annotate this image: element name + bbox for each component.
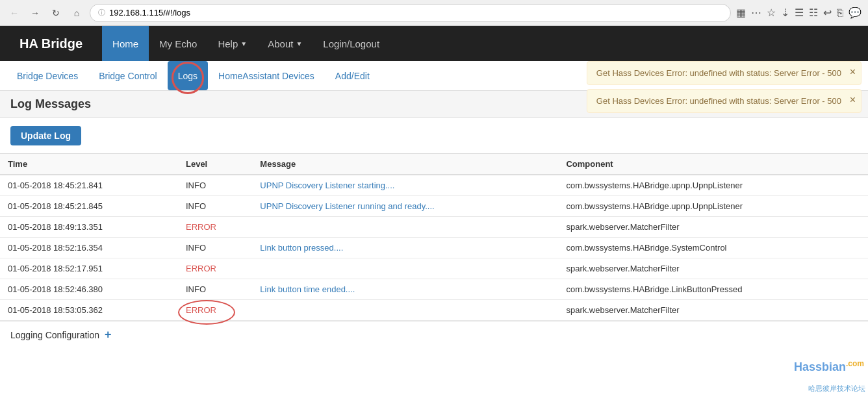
cell-level: INFO	[178, 279, 252, 300]
undo-button[interactable]: ↩	[823, 6, 832, 19]
cell-message: UPNP Discovery Listener running and read…	[252, 196, 558, 217]
nav-items: Home My Echo Help ▼ About ▼ Login/Logout	[102, 26, 390, 61]
cell-component: com.bwssystems.HABridge.SystemControl	[558, 238, 868, 258]
alerts-container: Get Hass Devices Error: undefined with s…	[587, 61, 862, 113]
alert-1-message: Get Hass Devices Error: undefined with s…	[596, 68, 841, 78]
more-button[interactable]: ⋯	[751, 6, 761, 19]
cell-message: Link button time ended....	[252, 279, 558, 300]
nav-item-home[interactable]: Home	[102, 26, 149, 61]
cell-level: INFO	[178, 238, 252, 258]
table-header-row: Time Level Message Component	[0, 154, 868, 175]
table-row: 01-05-2018 18:45:21.845INFOUPNP Discover…	[0, 196, 868, 217]
browser-chrome: ← → ↻ ⌂ ⓘ 192.168.1.115/#!/logs ▦ ⋯ ☆ ⇣ …	[0, 0, 868, 26]
cell-component: spark.webserver.MatcherFilter	[558, 300, 868, 321]
sub-nav-homeassistant[interactable]: HomeAssistant Devices	[208, 61, 325, 90]
download-button[interactable]: ⇣	[781, 6, 789, 19]
cell-time: 01-05-2018 18:53:05.362	[0, 300, 178, 321]
sub-nav-logs[interactable]: Logs	[168, 61, 208, 90]
address-bar[interactable]: ⓘ 192.168.1.115/#!/logs	[90, 4, 731, 22]
qr-button[interactable]: ▦	[736, 6, 746, 19]
page-content: Log Messages Update Log Time Level Messa…	[0, 91, 868, 348]
cell-level: INFO	[178, 196, 252, 217]
cell-message	[252, 217, 558, 238]
cell-level: INFO	[178, 175, 252, 196]
cell-message: Link button pressed....	[252, 238, 558, 258]
cell-component: spark.webserver.MatcherFilter	[558, 258, 868, 279]
lock-icon: ⓘ	[98, 8, 105, 18]
bookmark-button[interactable]: ☆	[767, 6, 776, 19]
navbar-brand: HA Bridge	[0, 26, 102, 61]
nav-item-help[interactable]: Help ▼	[207, 26, 257, 61]
main-navbar: HA Bridge Home My Echo Help ▼ About ▼ Lo…	[0, 26, 868, 61]
cell-component: spark.webserver.MatcherFilter	[558, 217, 868, 238]
chat-button[interactable]: 💬	[849, 6, 862, 19]
col-level: Level	[178, 154, 252, 175]
cell-time: 01-05-2018 18:52:17.951	[0, 258, 178, 279]
alert-1-close[interactable]: ×	[850, 67, 856, 77]
share-button[interactable]: ⎘	[837, 6, 843, 19]
col-component: Component	[558, 154, 868, 175]
sub-nav-bridge-devices[interactable]: Bridge Devices	[6, 61, 88, 90]
table-row: 01-05-2018 18:49:13.351ERRORspark.webser…	[0, 217, 868, 238]
col-message: Message	[252, 154, 558, 175]
forward-button[interactable]: →	[27, 5, 43, 21]
cell-level: ERROR	[178, 217, 252, 238]
cell-message	[252, 258, 558, 279]
sub-nav-bridge-control[interactable]: Bridge Control	[88, 61, 168, 90]
cell-level: ERROR	[178, 258, 252, 279]
alert-2-message: Get Hass Devices Error: undefined with s…	[596, 96, 841, 106]
about-caret: ▼	[296, 40, 302, 47]
table-row: 01-05-2018 18:53:05.362ERRORspark.webser…	[0, 300, 868, 321]
footer-label: Logging Configuration	[10, 330, 99, 340]
nav-item-myecho[interactable]: My Echo	[149, 26, 207, 61]
cell-level: ERROR	[178, 300, 252, 321]
browser-actions: ▦ ⋯ ☆ ⇣ ☰ ☷ ↩ ⎘ 💬	[736, 6, 862, 19]
table-row: 01-05-2018 18:52:17.951ERRORspark.webser…	[0, 258, 868, 279]
cell-message: UPNP Discovery Listener starting....	[252, 175, 558, 196]
url-text: 192.168.1.115/#!/logs	[109, 8, 190, 18]
cell-time: 01-05-2018 18:45:21.845	[0, 196, 178, 217]
table-row: 01-05-2018 18:45:21.841INFOUPNP Discover…	[0, 175, 868, 196]
toolbar: Update Log	[0, 118, 868, 153]
update-log-button[interactable]: Update Log	[10, 126, 81, 145]
cell-component: com.bwssystems.HABridge.upnp.UpnpListene…	[558, 175, 868, 196]
logging-config-plus[interactable]: +	[105, 328, 112, 342]
alert-2: Get Hass Devices Error: undefined with s…	[587, 89, 862, 113]
nav-item-about[interactable]: About ▼	[257, 26, 313, 61]
log-table: Time Level Message Component 01-05-2018 …	[0, 153, 868, 321]
cell-component: com.bwssystems.HABridge.LinkButtonPresse…	[558, 279, 868, 300]
home-button[interactable]: ⌂	[69, 5, 84, 21]
section-title: Log Messages	[10, 97, 91, 110]
cell-time: 01-05-2018 18:52:16.354	[0, 238, 178, 258]
cell-time: 01-05-2018 18:52:46.380	[0, 279, 178, 300]
table-row: 01-05-2018 18:52:16.354INFOLink button p…	[0, 238, 868, 258]
cell-message	[252, 300, 558, 321]
library-button[interactable]: ☰	[795, 6, 804, 19]
alert-1: Get Hass Devices Error: undefined with s…	[587, 61, 862, 85]
sub-nav-addedit[interactable]: Add/Edit	[325, 61, 380, 90]
back-button[interactable]: ←	[6, 5, 22, 21]
alert-2-close[interactable]: ×	[850, 95, 856, 105]
cell-time: 01-05-2018 18:45:21.841	[0, 175, 178, 196]
col-time: Time	[0, 154, 178, 175]
help-caret: ▼	[240, 40, 247, 47]
cell-component: com.bwssystems.HABridge.upnp.UpnpListene…	[558, 196, 868, 217]
page-footer: Logging Configuration +	[0, 321, 868, 348]
refresh-button[interactable]: ↻	[48, 5, 64, 21]
cell-time: 01-05-2018 18:49:13.351	[0, 217, 178, 238]
annotated-error: ERROR	[186, 305, 216, 315]
nav-item-login[interactable]: Login/Logout	[313, 26, 390, 61]
table-row: 01-05-2018 18:52:46.380INFOLink button t…	[0, 279, 868, 300]
layout-button[interactable]: ☷	[809, 6, 818, 19]
